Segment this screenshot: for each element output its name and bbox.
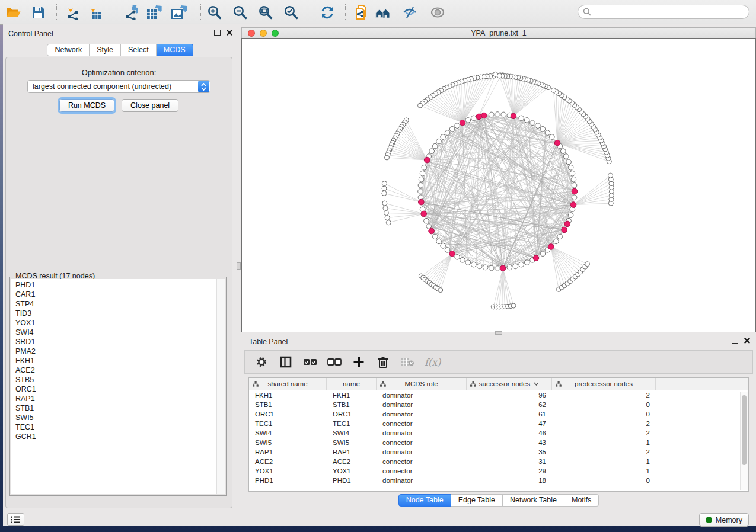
table-cell[interactable]: 1	[552, 457, 656, 466]
table-cell[interactable]: dominator	[377, 409, 467, 419]
float-panel-icon[interactable]	[214, 30, 221, 36]
table-settings-gear-icon[interactable]	[254, 355, 269, 369]
network-graph[interactable]	[242, 39, 755, 332]
table-cell[interactable]: 0	[552, 409, 656, 419]
table-cell[interactable]: YOX1	[327, 466, 377, 476]
table-row[interactable]: YOX1YOX1connector291	[249, 466, 748, 476]
network-window-titlebar[interactable]: YPA_prune.txt_1	[241, 27, 756, 38]
hide-eye-icon[interactable]	[401, 4, 418, 21]
zoom-selected-icon[interactable]	[283, 4, 299, 21]
table-cell[interactable]: YOX1	[249, 466, 327, 476]
delete-column-trash-icon[interactable]	[376, 355, 390, 369]
tab-mcds[interactable]: MCDS	[157, 44, 193, 56]
table-row[interactable]: TEC1TEC1connector472	[249, 419, 748, 428]
table-tab-node-table[interactable]: Node Table	[398, 494, 451, 507]
result-node-item[interactable]: STB5	[11, 375, 225, 384]
table-cell[interactable]: RAP1	[327, 447, 377, 457]
select-all-icon[interactable]	[303, 355, 317, 369]
task-history-button[interactable]	[7, 513, 24, 526]
table-cell[interactable]: 47	[467, 419, 552, 428]
table-row[interactable]: ORC1ORC1dominator610	[249, 409, 748, 419]
home-networks-icon[interactable]	[375, 4, 391, 21]
table-cell[interactable]: dominator	[377, 428, 467, 438]
result-node-item[interactable]: SWI5	[11, 413, 225, 422]
table-cell[interactable]: 1	[552, 438, 656, 447]
table-cell[interactable]: ACE2	[327, 457, 377, 466]
table-row[interactable]: PHD1PHD1dominator180	[249, 476, 748, 485]
result-node-item[interactable]: GCR1	[11, 432, 225, 441]
table-cell[interactable]: 62	[467, 400, 552, 409]
add-column-icon[interactable]	[352, 355, 366, 369]
table-row[interactable]: SWI4SWI4dominator462	[249, 428, 748, 438]
table-cell[interactable]: ORC1	[327, 409, 377, 419]
zoom-out-icon[interactable]	[232, 4, 248, 21]
search-box[interactable]	[578, 5, 749, 19]
vertical-splitter-handle[interactable]	[237, 262, 241, 270]
table-row[interactable]: SWI5SWI5connector431	[249, 438, 748, 447]
column-header-successor-nodes[interactable]: successor nodes	[467, 378, 552, 390]
table-cell[interactable]: SWI5	[327, 438, 377, 447]
open-folder-icon[interactable]	[5, 4, 21, 21]
table-cell[interactable]: FKH1	[327, 390, 377, 400]
result-node-item[interactable]: YOX1	[11, 318, 225, 328]
table-row[interactable]: RAP1RAP1dominator352	[249, 447, 748, 457]
export-network-icon[interactable]	[123, 4, 140, 21]
result-list-scrollbar[interactable]	[216, 279, 225, 494]
table-cell[interactable]: dominator	[377, 390, 467, 400]
show-columns-icon[interactable]	[279, 355, 293, 369]
tab-network[interactable]: Network	[47, 44, 90, 56]
result-node-item[interactable]: PMA2	[11, 347, 225, 356]
close-panel-icon[interactable]	[744, 338, 750, 344]
import-table-icon[interactable]	[88, 4, 104, 21]
result-node-item[interactable]: SRD1	[11, 337, 225, 347]
table-cell[interactable]: RAP1	[249, 447, 327, 457]
table-tab-network-table[interactable]: Network Table	[503, 494, 564, 507]
table-cell[interactable]: connector	[377, 419, 467, 428]
network-canvas[interactable]	[241, 38, 756, 332]
float-panel-icon[interactable]	[732, 338, 738, 344]
table-cell[interactable]: 96	[467, 390, 552, 400]
table-cell[interactable]: 43	[467, 438, 552, 447]
table-cell[interactable]: 2	[552, 428, 656, 438]
search-input[interactable]	[594, 7, 744, 17]
table-cell[interactable]: 2	[552, 390, 656, 400]
table-cell[interactable]: 31	[467, 457, 552, 466]
table-row[interactable]: ACE2ACE2connector311	[249, 457, 748, 466]
result-node-item[interactable]: STP4	[11, 299, 225, 309]
result-node-item[interactable]: RAP1	[11, 394, 225, 403]
table-tab-edge-table[interactable]: Edge Table	[451, 494, 503, 507]
result-node-item[interactable]: SWI4	[11, 328, 225, 337]
table-cell[interactable]: connector	[377, 438, 467, 447]
table-cell[interactable]: SWI4	[327, 428, 377, 438]
column-header-shared-name[interactable]: shared name	[249, 378, 327, 390]
export-image-icon[interactable]	[171, 4, 187, 21]
deselect-all-icon[interactable]	[327, 355, 342, 369]
share-document-icon[interactable]	[353, 4, 369, 21]
save-icon[interactable]	[30, 4, 46, 21]
table-row[interactable]: STB1STB1dominator620	[249, 400, 748, 409]
table-cell[interactable]: dominator	[377, 400, 467, 409]
table-cell[interactable]: 0	[552, 400, 656, 409]
table-cell[interactable]: connector	[377, 457, 467, 466]
result-node-item[interactable]: ACE2	[11, 366, 225, 375]
export-table-icon[interactable]	[146, 4, 162, 21]
table-cell[interactable]: PHD1	[249, 476, 327, 485]
table-cell[interactable]: 35	[467, 447, 552, 457]
zoom-fit-icon[interactable]	[257, 4, 274, 21]
table-cell[interactable]: connector	[377, 466, 467, 476]
tab-select[interactable]: Select	[121, 44, 157, 56]
table-cell[interactable]: PHD1	[327, 476, 377, 485]
node-table[interactable]: shared namenameMCDS rolesuccessor nodesp…	[248, 377, 749, 492]
column-header-predecessor-nodes[interactable]: predecessor nodes	[552, 378, 656, 390]
table-row[interactable]: FKH1FKH1dominator962	[249, 390, 748, 400]
table-cell[interactable]: ORC1	[249, 409, 327, 419]
table-cell[interactable]: 29	[467, 466, 552, 476]
result-node-item[interactable]: STB1	[11, 403, 225, 413]
table-cell[interactable]: SWI5	[249, 438, 327, 447]
table-cell[interactable]: dominator	[377, 476, 467, 485]
table-tab-motifs[interactable]: Motifs	[564, 494, 599, 507]
table-scrollbar[interactable]	[740, 392, 748, 490]
zoom-in-icon[interactable]	[206, 4, 223, 21]
table-cell[interactable]: 0	[552, 476, 656, 485]
minimize-window-icon[interactable]	[260, 30, 267, 37]
